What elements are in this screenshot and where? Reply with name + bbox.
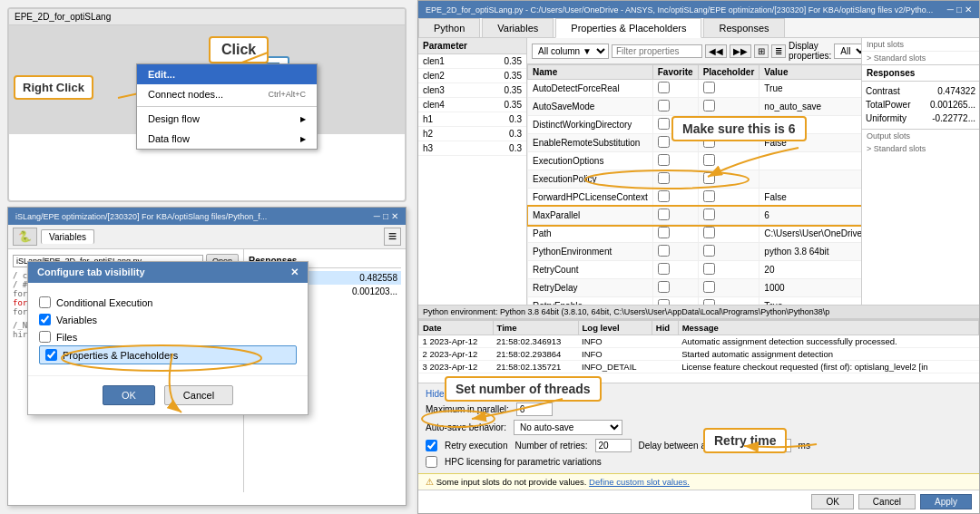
tab-responses[interactable]: Responses (703, 18, 784, 37)
dialog-content: Conditional Execution Variables Files Pr… (28, 283, 308, 375)
log-col-hid: Hid (652, 321, 678, 335)
dialog-cancel-btn[interactable]: Cancel (164, 385, 233, 405)
tab-python[interactable]: Python (418, 18, 480, 37)
cancel-button[interactable]: Cancel (858, 494, 916, 509)
main-title: EPE_2D_for_optiSLang.py - C:/Users/User/… (426, 5, 933, 15)
resp-totalpower[interactable]: TotalPower 0.001265... (862, 98, 979, 112)
left-top-panel: EPE_2D_for_optiSLang ⚙ EPE_2D_fo... Righ… (7, 7, 407, 202)
python-icon: 🐍 (18, 230, 32, 243)
totalpower-value: 0.001203... (352, 286, 397, 296)
log-col-message: Message (678, 321, 978, 335)
auto-save-select[interactable]: No auto-save (514, 420, 622, 435)
retry-row: Retry execution Number of retries: Delay… (426, 437, 972, 454)
main-window-controls: ─ □ ✕ (947, 5, 972, 15)
prop-row-retrycount[interactable]: RetryCount 20 (528, 261, 862, 279)
hpc-row: HPC licensing for parametric variations (426, 454, 972, 470)
left-top-title: EPE_2D_for_optiSLang (15, 12, 111, 22)
lb-close-btn[interactable]: ✕ (391, 211, 398, 221)
prop-row-maxparallel[interactable]: MaxParallel 6 (528, 207, 862, 225)
lb-tab-variables[interactable]: Variables (41, 229, 94, 244)
filter-input[interactable] (612, 44, 702, 58)
resp-contrast[interactable]: Contrast 0.474322 (862, 84, 979, 98)
standard-slots-input: > Standard slots (862, 52, 979, 64)
configure-dialog: Configure tab visibility ✕ Conditional E… (27, 261, 309, 415)
grid-btn[interactable]: ⊞ (754, 44, 769, 58)
dialog-buttons: OK Cancel (28, 375, 308, 414)
prop-row-forwardhpc[interactable]: ForwardHPCLicenseContext False (528, 189, 862, 207)
prop-row-autodetect[interactable]: AutoDetectForceReal True (528, 80, 862, 98)
ok-button[interactable]: OK (811, 494, 853, 509)
right-click-annotation: Right Click (14, 75, 93, 100)
prop-row-autosave[interactable]: AutoSaveMode no_auto_save (528, 98, 862, 116)
log-row-3: 3 2023-Apr-12 21:58:02.135721 INFO_DETAI… (419, 361, 979, 373)
param-row-clen1[interactable]: clen10.35 (418, 54, 526, 69)
column-filter-select[interactable]: All column ▼ (532, 44, 609, 59)
lb-menu-btn[interactable]: ≡ (384, 228, 401, 246)
num-retries-label: Number of retries: (514, 441, 587, 451)
main-title-bar: EPE_2D_for_optiSLang.py - C:/Users/User/… (418, 1, 979, 18)
list-btn[interactable]: ≣ (771, 44, 786, 58)
max-parallel-input[interactable] (516, 402, 553, 416)
tab-properties[interactable]: Properties & Placeholders (555, 18, 701, 38)
prop-row-execopts[interactable]: ExecutionOptions (528, 152, 862, 170)
context-menu-edit[interactable]: Edit... (137, 64, 317, 84)
checkbox-properties-label: Properties & Placeholders (63, 350, 178, 361)
lb-toolbar: 🐍 Variables ≡ (8, 225, 406, 249)
param-row-h3[interactable]: h30.3 (418, 141, 526, 156)
max-parallel-row: Maximum in parallel: (426, 401, 972, 418)
context-menu-design-flow[interactable]: Design flow (137, 109, 317, 129)
warning-text: Some input slots do not provide values. (436, 477, 589, 487)
hpc-checkbox[interactable] (426, 456, 437, 468)
checkbox-properties: Properties & Placeholders (39, 345, 297, 364)
prev-btn[interactable]: ◀◀ (705, 44, 727, 58)
display-select[interactable]: All (834, 44, 861, 59)
main-maximize-btn[interactable]: □ (956, 5, 962, 15)
log-section: Date Time Log level Hid Message 1 2023-A… (418, 319, 979, 383)
prop-row-pythonenv[interactable]: PythonEnvironment python 3.8 64bit (528, 243, 862, 261)
checkbox-conditional-label: Conditional Execution (56, 297, 152, 308)
context-menu: Edit... Connect nodes... Ctrl+Alt+C Desi… (136, 63, 318, 150)
main-minimize-btn[interactable]: ─ (947, 5, 954, 15)
main-content: Parameter clen10.35 clen20.35 clen30.35 … (418, 38, 979, 305)
param-row-clen2[interactable]: clen20.35 (418, 69, 526, 83)
apply-button[interactable]: Apply (920, 494, 972, 509)
main-close-btn[interactable]: ✕ (965, 5, 972, 15)
dialog-ok-btn[interactable]: OK (103, 385, 155, 405)
dialog-title-bar: Configure tab visibility ✕ (28, 262, 308, 283)
input-slots-header: Input slots (862, 38, 979, 52)
left-top-title-bar: EPE_2D_for_optiSLang (9, 9, 405, 25)
resp-uniformity[interactable]: Uniformity -0.22772... (862, 112, 979, 125)
prop-row-path[interactable]: Path C:\Users\User\OneDrive - ANSY... (528, 225, 862, 243)
ms-label: ms (799, 441, 810, 451)
log-col-time: Time (493, 321, 578, 335)
col-name: Name (528, 65, 653, 80)
prop-row-retryenable[interactable]: RetryEnable True (528, 297, 862, 305)
dialog-close-btn[interactable]: ✕ (290, 267, 299, 278)
param-row-clen4[interactable]: clen40.35 (418, 98, 526, 112)
checkbox-variables-input[interactable] (39, 314, 51, 325)
checkbox-properties-input[interactable] (45, 349, 57, 361)
tab-variables[interactable]: Variables (482, 18, 554, 37)
context-menu-data-flow[interactable]: Data flow (137, 129, 317, 149)
checkbox-conditional-input[interactable] (39, 296, 51, 308)
prop-row-retrydelay[interactable]: RetryDelay 1000 (528, 279, 862, 297)
next-btn[interactable]: ▶▶ (730, 44, 751, 58)
context-menu-connect[interactable]: Connect nodes... Ctrl+Alt+C (137, 84, 317, 104)
lb-minimize-btn[interactable]: ─ (374, 211, 380, 221)
param-row-h2[interactable]: h20.3 (418, 127, 526, 141)
checkbox-files-input[interactable] (39, 331, 51, 343)
auto-save-label: Auto-save behavior: (426, 422, 506, 432)
num-retries-input[interactable] (595, 439, 632, 452)
define-slots-link[interactable]: Define custom slot values. (589, 477, 690, 487)
param-row-clen3[interactable]: clen30.35 (418, 83, 526, 98)
retry-checkbox[interactable] (426, 440, 437, 451)
prop-row-execpolicy[interactable]: ExecutionPolicy (528, 170, 862, 189)
hpc-label: HPC licensing for parametric variations (445, 457, 602, 467)
checkbox-variables-label: Variables (56, 315, 97, 325)
lb-maximize-btn[interactable]: □ (383, 211, 388, 221)
param-row-h1[interactable]: h10.3 (418, 112, 526, 127)
display-label: Display properties: (789, 41, 831, 61)
auto-save-row: Auto-save behavior: No auto-save (426, 418, 972, 437)
lb-title: iSLang/EPE optimization/[230320] For KBA… (15, 212, 267, 221)
log-table: Date Time Log level Hid Message 1 2023-A… (418, 320, 979, 373)
